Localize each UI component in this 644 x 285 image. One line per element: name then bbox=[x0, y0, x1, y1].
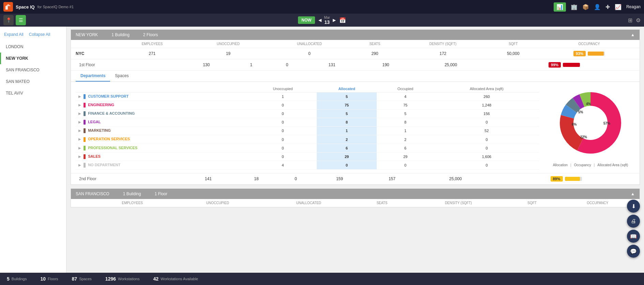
app-title: Space IQ bbox=[16, 4, 35, 10]
col-sqft: SQFT bbox=[488, 40, 539, 48]
expand-icon[interactable]: ▶ bbox=[78, 129, 81, 132]
dept-area: 1,606 bbox=[434, 152, 539, 161]
sidebar: Expand All Collapse All LONDON NEW YORK … bbox=[0, 27, 66, 273]
floor1-unoccupied: 1 bbox=[233, 59, 269, 71]
dept-color-indicator bbox=[84, 103, 86, 108]
dept-color-indicator bbox=[84, 163, 86, 168]
sf-col-unoccupied: UNOCCUPIED bbox=[174, 199, 261, 207]
collapse-sf-icon[interactable]: ▲ bbox=[631, 191, 635, 196]
dept-name-text: CUSTOMER SUPPORT bbox=[88, 94, 129, 98]
legend-occupancy: Occupancy bbox=[574, 163, 591, 167]
dept-allocated: 6 bbox=[317, 144, 377, 152]
cube-nav-icon[interactable]: 📦 bbox=[582, 4, 589, 10]
san-francisco-buildings: 1 Building bbox=[123, 191, 141, 196]
date-navigation: ◀ Mar 13 ▶ bbox=[318, 16, 336, 25]
buildings-nav-icon[interactable]: 🏢 bbox=[571, 4, 578, 10]
next-date-arrow[interactable]: ▶ bbox=[333, 18, 336, 23]
sidebar-item-san-francisco[interactable]: SAN FRANCISCO bbox=[0, 64, 66, 76]
sf-col-unallocated: UNALLOCATED bbox=[262, 199, 356, 207]
table-row: ▶ ENGINEERING 0 75 75 1,248 bbox=[76, 101, 539, 110]
bar-chart-nav-icon[interactable]: 📈 bbox=[615, 4, 621, 10]
cross-nav-icon[interactable]: ✚ bbox=[605, 4, 610, 10]
dept-name-text: LEGAL bbox=[88, 120, 101, 124]
dept-occupied: 75 bbox=[377, 101, 434, 110]
calendar-icon[interactable]: 📅 bbox=[339, 17, 346, 24]
floor1-sqft: 25,000 bbox=[413, 59, 489, 71]
floor2-density: 157 bbox=[366, 173, 418, 184]
svg-marker-1 bbox=[5, 4, 11, 6]
floor1-name: 1st Floor bbox=[71, 59, 179, 71]
expand-icon[interactable]: ▶ bbox=[78, 112, 81, 115]
sf-col-seats: SEATS bbox=[356, 199, 408, 207]
sidebar-item-london[interactable]: LONDON bbox=[0, 41, 66, 53]
dept-allocated: 75 bbox=[317, 101, 377, 110]
building-occupancy: 93% bbox=[539, 48, 640, 59]
tab-spaces[interactable]: Spaces bbox=[110, 71, 133, 82]
dept-area: 260 bbox=[434, 92, 539, 101]
dept-color-indicator bbox=[84, 154, 86, 159]
now-button[interactable]: NOW bbox=[298, 16, 315, 24]
expand-all-button[interactable]: Expand All bbox=[4, 32, 24, 37]
table-row: ▶ OPERATION SERVICES 0 2 2 0 bbox=[76, 135, 539, 144]
dept-name: ▶ OPERATION SERVICES bbox=[76, 135, 249, 144]
floor1-unallocated: 0 bbox=[269, 59, 305, 71]
filter-icon[interactable]: ⊞ bbox=[628, 17, 632, 24]
dept-name: ▶ PROFESSIONAL SERVICES bbox=[76, 144, 249, 152]
new-york-name: NEW YORK bbox=[76, 32, 98, 37]
sf-col-sqft: SQFT bbox=[508, 199, 555, 207]
floor2-occupancy-badge: 89% bbox=[551, 176, 563, 182]
dept-col-occupied: Occupied bbox=[377, 85, 434, 92]
expand-icon[interactable]: ▶ bbox=[78, 120, 81, 124]
person-nav-icon[interactable]: 👤 bbox=[594, 4, 601, 10]
list-icon-btn[interactable]: ☰ bbox=[16, 15, 26, 25]
expand-icon[interactable]: ▶ bbox=[78, 137, 81, 141]
tab-departments[interactable]: Departments bbox=[76, 71, 110, 82]
print-button[interactable]: 🖨 bbox=[627, 215, 640, 228]
dept-name-text: MARKETING bbox=[88, 128, 111, 132]
sf-table: EMPLOYEES UNOCCUPIED UNALLOCATED SEATS D… bbox=[71, 199, 640, 207]
expand-icon[interactable]: ▶ bbox=[78, 163, 81, 167]
chart-nav-icon[interactable]: 📊 bbox=[554, 2, 566, 12]
legend-area: Allocated Area (sqft) bbox=[597, 163, 628, 167]
book-button[interactable]: 📖 bbox=[627, 230, 640, 243]
san-francisco-title: SAN FRANCISCO 1 Building 1 Floor bbox=[76, 191, 167, 196]
dept-allocated: 5 bbox=[317, 110, 377, 118]
location-icon-btn[interactable]: 📍 bbox=[3, 15, 14, 25]
building-employees: 271 bbox=[115, 48, 189, 59]
dept-unoccupied: 0 bbox=[249, 118, 317, 127]
prev-date-arrow[interactable]: ◀ bbox=[318, 18, 321, 23]
dept-unoccupied: 0 bbox=[249, 152, 317, 161]
expand-icon[interactable]: ▶ bbox=[78, 146, 81, 150]
date-month: Mar bbox=[324, 16, 330, 19]
collapse-ny-icon[interactable]: ▲ bbox=[631, 32, 635, 37]
expand-icon[interactable]: ▶ bbox=[78, 95, 81, 98]
collapse-all-button[interactable]: Collapse All bbox=[29, 32, 50, 37]
user-name[interactable]: Reagan bbox=[626, 4, 641, 9]
settings-icon[interactable]: ⚙ bbox=[636, 17, 641, 24]
tabs: Departments Spaces bbox=[76, 71, 635, 82]
floor1-seats: 131 bbox=[305, 59, 359, 71]
donut-chart: 57% 22% 6% 5% 4% bbox=[553, 85, 628, 160]
dept-name: ▶ CUSTOMER SUPPORT bbox=[76, 92, 249, 101]
table-row: ▶ MARKETING 0 1 1 52 bbox=[76, 127, 539, 135]
dept-color-indicator bbox=[84, 146, 86, 151]
sf-col-name bbox=[71, 199, 91, 207]
floor1-occupancy-bar bbox=[563, 63, 580, 67]
sidebar-item-san-mateo[interactable]: SAN MATEO bbox=[0, 76, 66, 87]
expand-icon[interactable]: ▶ bbox=[78, 103, 81, 107]
table-row: ▶ SALES 0 29 29 1,606 bbox=[76, 152, 539, 161]
san-francisco-floors: 1 Floor bbox=[154, 191, 167, 196]
table-row: 1st Floor 130 1 0 131 190 25,000 99% bbox=[71, 59, 640, 71]
chat-button[interactable]: 💬 bbox=[627, 245, 640, 258]
sidebar-item-tel-aviv[interactable]: TEL AVIV bbox=[0, 87, 66, 99]
col-unoccupied: UNOCCUPIED bbox=[189, 40, 267, 48]
sf-col-employees: EMPLOYEES bbox=[91, 199, 174, 207]
nav-icons-group: 📊 🏢 📦 👤 ✚ 📈 Reagan bbox=[554, 2, 641, 12]
download-button[interactable]: ⬇ bbox=[627, 200, 640, 213]
building-sqft: 50,000 bbox=[488, 48, 539, 59]
floor2-sqft: 25,000 bbox=[418, 173, 493, 184]
sidebar-item-new-york[interactable]: NEW YORK bbox=[0, 53, 66, 64]
dept-occupied: 5 bbox=[377, 110, 434, 118]
floor2-seats: 159 bbox=[313, 173, 366, 184]
expand-icon[interactable]: ▶ bbox=[78, 155, 81, 158]
